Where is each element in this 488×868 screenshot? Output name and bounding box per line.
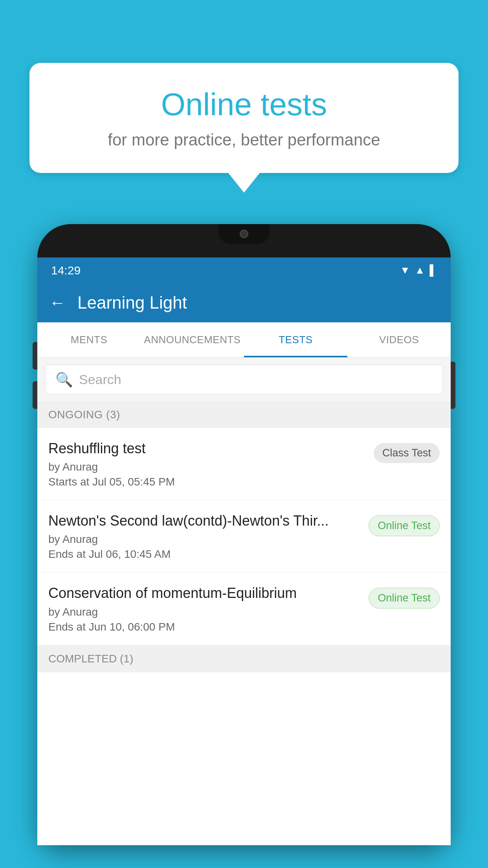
speech-bubble: Online tests for more practice, better p… — [29, 63, 459, 173]
class-test-badge: Class Test — [374, 443, 440, 463]
ongoing-section-title: ONGOING (3) — [48, 408, 120, 421]
test-author: by Anurag — [48, 533, 361, 546]
test-date: Ends at Jun 10, 06:00 PM — [48, 621, 361, 633]
phone-notch — [218, 224, 270, 244]
online-test-badge: Online Test — [369, 515, 440, 536]
tab-ments[interactable]: MENTS — [37, 322, 141, 357]
completed-section-title: COMPLETED (1) — [48, 653, 133, 665]
status-icons: ▼ ▲ ▌ — [400, 264, 437, 276]
test-name: Newton's Second law(contd)-Newton's Thir… — [48, 512, 361, 529]
search-icon: 🔍 — [55, 371, 73, 388]
test-name: Reshuffling test — [48, 440, 366, 457]
search-placeholder: Search — [79, 372, 121, 387]
volume-up-button[interactable] — [33, 342, 37, 370]
power-button[interactable] — [451, 362, 455, 409]
speech-bubble-title: Online tests — [61, 86, 427, 123]
test-date: Starts at Jul 05, 05:45 PM — [48, 476, 366, 488]
test-info: Conservation of momentum-Equilibrium by … — [48, 585, 361, 633]
online-test-badge: Online Test — [369, 588, 440, 609]
status-bar: 14:29 ▼ ▲ ▌ — [37, 257, 451, 283]
app-title: Learning Light — [77, 293, 187, 313]
test-info: Newton's Second law(contd)-Newton's Thir… — [48, 512, 361, 561]
battery-icon: ▌ — [430, 264, 437, 276]
test-author: by Anurag — [48, 461, 366, 473]
phone-container: 14:29 ▼ ▲ ▌ ← Learning Light MENTS ANNOU… — [37, 224, 451, 868]
phone-screen: 14:29 ▼ ▲ ▌ ← Learning Light MENTS ANNOU… — [37, 257, 451, 845]
tab-announcements[interactable]: ANNOUNCEMENTS — [141, 322, 244, 357]
back-button[interactable]: ← — [49, 293, 66, 312]
test-author: by Anurag — [48, 606, 361, 618]
speech-bubble-subtitle: for more practice, better performance — [61, 131, 427, 149]
status-time: 14:29 — [51, 264, 81, 277]
tabs-bar: MENTS ANNOUNCEMENTS TESTS VIDEOS — [37, 322, 451, 358]
completed-section-header: COMPLETED (1) — [37, 645, 451, 672]
test-item[interactable]: Newton's Second law(contd)-Newton's Thir… — [37, 500, 451, 573]
front-camera — [240, 230, 248, 238]
test-date: Ends at Jul 06, 10:45 AM — [48, 548, 361, 561]
tab-tests[interactable]: TESTS — [244, 322, 347, 357]
tab-videos[interactable]: VIDEOS — [347, 322, 451, 357]
phone-top-bezel — [37, 224, 451, 257]
test-item[interactable]: Conservation of momentum-Equilibrium by … — [37, 573, 451, 645]
phone-frame: 14:29 ▼ ▲ ▌ ← Learning Light MENTS ANNOU… — [37, 224, 451, 845]
app-header: ← Learning Light — [37, 283, 451, 322]
test-info: Reshuffling test by Anurag Starts at Jul… — [48, 440, 366, 488]
signal-icon: ▲ — [415, 264, 425, 276]
search-bar[interactable]: 🔍 Search — [45, 365, 443, 394]
ongoing-section-header: ONGOING (3) — [37, 401, 451, 428]
speech-bubble-container: Online tests for more practice, better p… — [29, 63, 459, 193]
test-item[interactable]: Reshuffling test by Anurag Starts at Jul… — [37, 428, 451, 500]
wifi-icon: ▼ — [400, 264, 410, 276]
speech-bubble-arrow — [228, 173, 260, 193]
test-list: Reshuffling test by Anurag Starts at Jul… — [37, 428, 451, 645]
test-name: Conservation of momentum-Equilibrium — [48, 585, 361, 601]
volume-down-button[interactable] — [33, 381, 37, 409]
search-container: 🔍 Search — [37, 358, 451, 401]
